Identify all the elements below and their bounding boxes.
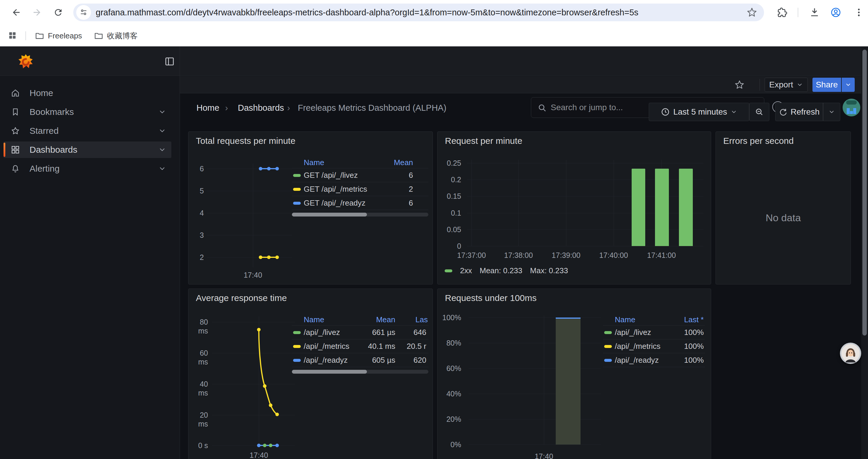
share-label: Share: [816, 80, 838, 90]
series-name[interactable]: GET /api/_/livez: [304, 168, 358, 182]
chevron-down-icon[interactable]: [158, 146, 166, 154]
y-tick: 0%: [439, 440, 461, 449]
series-last-value: 100%: [684, 326, 704, 339]
time-range-picker[interactable]: Last 5 minutes: [649, 103, 749, 121]
browser-menu-icon[interactable]: [854, 7, 864, 18]
y-tick: 0.25: [440, 159, 461, 167]
series-name[interactable]: /api/_/livez: [615, 326, 651, 339]
legend-table: Name Mean Las /api/_/livez 661 µs 646 /a…: [292, 314, 428, 367]
share-menu-button[interactable]: [842, 78, 855, 92]
sidebar-item-alerting[interactable]: Alerting: [4, 160, 172, 177]
panel-title[interactable]: Errors per second: [723, 136, 794, 146]
zoom-out-icon: [755, 107, 764, 117]
panel-title[interactable]: Requests under 100ms: [445, 293, 536, 303]
mega-menu-toggle-icon[interactable]: [164, 56, 175, 67]
panel-title[interactable]: Request per minute: [445, 136, 522, 146]
url-bar[interactable]: grafana.mathmast.com/d/deytv4rwavabkb/fr…: [73, 4, 764, 21]
bar-2xx: [632, 169, 645, 246]
series-name[interactable]: /api/_/readyz: [615, 353, 659, 367]
favorite-star-icon[interactable]: [735, 80, 744, 90]
y-tick: 5: [191, 186, 204, 195]
panel-title[interactable]: Total requests per minute: [196, 136, 296, 146]
sidebar-item-starred[interactable]: Starred: [4, 123, 172, 139]
legend-header-last[interactable]: Las: [415, 314, 428, 326]
legend-header-row: Name Mean: [292, 157, 428, 168]
series-color-pill[interactable]: [293, 359, 301, 362]
legend: 2xx Mean: 0.233 Max: 0.233: [445, 266, 568, 275]
export-button[interactable]: Export: [765, 78, 808, 92]
series-name[interactable]: 2xx: [460, 266, 472, 275]
chevron-down-icon: [797, 81, 803, 88]
series-color-pill[interactable]: [293, 331, 301, 334]
legend-header-row: Name Last *: [603, 314, 705, 326]
sidebar-item-dashboards[interactable]: Dashboards: [4, 141, 172, 158]
page-scrollbar-thumb[interactable]: [862, 50, 867, 335]
series-color-pill[interactable]: [604, 331, 612, 334]
bookmark-folder-blogs[interactable]: 收藏博客: [94, 30, 138, 41]
legend-horizontal-scrollbar[interactable]: [292, 213, 428, 217]
legend-row: /api/_/metrics 100%: [603, 339, 705, 353]
series-name[interactable]: /api/_/livez: [304, 326, 340, 339]
series-name[interactable]: /api/_/readyz: [304, 353, 348, 367]
breadcrumb-dashboards[interactable]: Dashboards: [238, 103, 284, 113]
y-tick: 0.2: [440, 175, 461, 184]
back-icon[interactable]: [11, 7, 21, 18]
bookmark-star-icon[interactable]: [747, 7, 757, 18]
y-tick: 20 ms: [189, 411, 208, 419]
url-text[interactable]: grafana.mathmast.com/d/deytv4rwavabkb/fr…: [96, 8, 749, 18]
band-divider: [760, 79, 760, 91]
refresh-interval-button[interactable]: [823, 103, 840, 121]
extensions-icon[interactable]: [777, 7, 787, 18]
series-name[interactable]: GET /api/_/metrics: [304, 182, 367, 196]
series-color-pill[interactable]: [293, 202, 301, 205]
user-avatar[interactable]: [843, 99, 860, 117]
refresh-button[interactable]: Refresh: [775, 103, 823, 121]
series-color-pill[interactable]: [293, 174, 301, 177]
zoom-out-button[interactable]: [749, 103, 769, 121]
panel-title[interactable]: Average response time: [196, 293, 287, 303]
legend-header-name[interactable]: Name: [304, 314, 324, 326]
legend-header-name[interactable]: Name: [615, 314, 635, 326]
forward-icon[interactable]: [32, 7, 42, 18]
floating-assistant-avatar[interactable]: [840, 342, 861, 364]
series-name[interactable]: /api/_/metrics: [615, 339, 660, 353]
chart-plot-area: [207, 160, 292, 270]
sidebar-item-home[interactable]: Home: [4, 85, 172, 101]
series-color-pill[interactable]: [604, 359, 612, 362]
profile-icon[interactable]: [831, 7, 841, 18]
share-button[interactable]: Share: [812, 78, 841, 92]
legend-header-name[interactable]: Name: [304, 157, 324, 168]
series-color-pill[interactable]: [293, 345, 301, 348]
chevron-down-icon[interactable]: [158, 108, 166, 116]
series-color-pill[interactable]: [445, 269, 452, 272]
legend-header-mean[interactable]: Mean: [376, 314, 395, 326]
scrollbar-thumb[interactable]: [292, 213, 367, 217]
chevron-down-icon[interactable]: [158, 165, 166, 172]
series-color-pill[interactable]: [293, 188, 301, 191]
series-color-pill[interactable]: [604, 345, 612, 348]
x-tick: 17:38:00: [498, 251, 539, 260]
breadcrumb-home[interactable]: Home: [196, 103, 219, 113]
legend-table: Name Mean GET /api/_/livez 6 GET /api/_/…: [292, 157, 428, 210]
series-last-value: 100%: [684, 353, 704, 367]
apps-grid-icon[interactable]: [8, 31, 17, 40]
y-tick: 60 ms: [189, 349, 208, 357]
legend-header-mean[interactable]: Mean: [394, 157, 413, 168]
series-name[interactable]: GET /api/_/readyz: [304, 196, 366, 210]
scrollbar-thumb[interactable]: [292, 370, 367, 374]
sidebar-item-bookmarks[interactable]: Bookmarks: [4, 104, 172, 120]
reload-icon[interactable]: [53, 7, 63, 18]
series-name[interactable]: /api/_/metrics: [304, 339, 349, 353]
grafana-logo-icon[interactable]: [17, 53, 34, 70]
download-icon[interactable]: [809, 7, 819, 18]
legend-horizontal-scrollbar[interactable]: [292, 370, 428, 374]
y-tick: 4: [191, 208, 204, 218]
legend-row: /api/_/livez 661 µs 646: [292, 326, 428, 339]
chevron-down-icon[interactable]: [158, 127, 166, 135]
legend-header-last[interactable]: Last *: [684, 314, 704, 326]
site-settings-button[interactable]: [76, 5, 91, 20]
bookmark-folder-freeleaps[interactable]: Freeleaps: [35, 30, 82, 41]
sidebar: Home Bookmarks Starred Dashboards Alerti…: [0, 76, 180, 459]
series-mean-value: 6: [409, 168, 413, 182]
sidebar-item-label: Starred: [30, 126, 59, 136]
